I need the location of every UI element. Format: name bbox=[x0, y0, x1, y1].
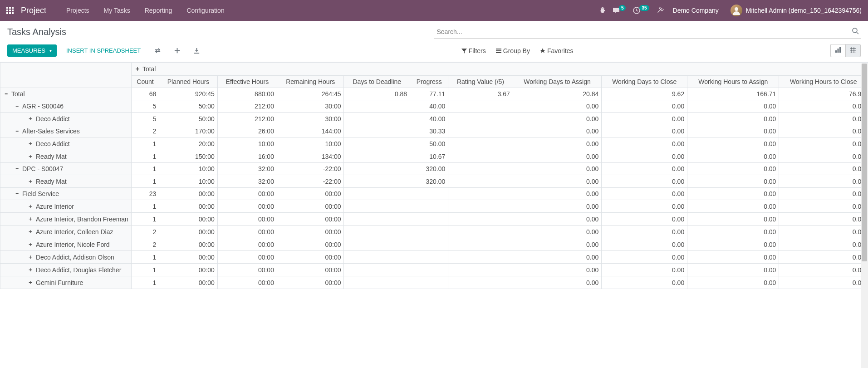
nav-menu-reporting[interactable]: Reporting bbox=[138, 4, 179, 17]
graph-view-button[interactable] bbox=[830, 44, 845, 57]
filters-dropdown[interactable]: Filters bbox=[461, 47, 486, 54]
pivot-row-header[interactable]: ＋Azure Interior, Colleen Diaz bbox=[0, 226, 132, 238]
scrollbar-thumb[interactable] bbox=[862, 64, 867, 261]
plus-icon[interactable]: ＋ bbox=[28, 115, 33, 123]
minus-icon[interactable]: ━ bbox=[14, 129, 20, 133]
pivot-row-header[interactable]: ━Total bbox=[0, 88, 132, 100]
pivot-col-header[interactable]: Remaining Hours bbox=[277, 76, 344, 88]
pivot-cell: 00:00 bbox=[277, 213, 344, 226]
pivot-row-header[interactable]: ＋Gemini Furniture bbox=[0, 276, 132, 289]
plus-icon[interactable]: ＋ bbox=[28, 215, 33, 223]
pivot-col-header[interactable]: Effective Hours bbox=[217, 76, 277, 88]
plus-icon[interactable]: ＋ bbox=[28, 279, 33, 286]
search-icon[interactable] bbox=[852, 27, 859, 36]
pivot-col-header[interactable]: Progress bbox=[410, 76, 448, 88]
pivot-col-header[interactable]: Working Days to Assign bbox=[513, 76, 602, 88]
measures-button[interactable]: Measures bbox=[7, 44, 57, 57]
pivot-row-header[interactable]: ＋Ready Mat bbox=[0, 150, 132, 163]
expand-all-button[interactable] bbox=[170, 44, 185, 57]
pivot-row-header[interactable]: ＋Deco Addict bbox=[0, 137, 132, 150]
pivot-col-header[interactable]: Working Days to Close bbox=[602, 76, 687, 88]
company-switcher[interactable]: Demo Company bbox=[670, 7, 721, 14]
pivot-col-header[interactable]: Working Hours to Close bbox=[779, 76, 868, 88]
pivot-row-header[interactable]: ＋Deco Addict bbox=[0, 113, 132, 125]
pivot-cell: 50:00 bbox=[159, 113, 218, 125]
app-brand[interactable]: Project bbox=[21, 6, 46, 15]
pivot-row-header[interactable]: ＋Deco Addict, Douglas Fletcher bbox=[0, 264, 132, 276]
pivot-row-header[interactable]: ━Field Service bbox=[0, 188, 132, 200]
plus-icon[interactable]: ＋ bbox=[28, 202, 33, 210]
pivot-col-header[interactable]: Planned Hours bbox=[159, 76, 218, 88]
favorites-label: Favorites bbox=[547, 47, 574, 54]
pivot-row-header[interactable]: ＋Azure Interior, Brandon Freeman bbox=[0, 213, 132, 226]
search-input[interactable] bbox=[434, 25, 861, 38]
pivot-col-header[interactable]: Working Hours to Assign bbox=[687, 76, 779, 88]
pivot-cell: 0.00 bbox=[687, 213, 779, 226]
pivot-view-button[interactable] bbox=[845, 44, 861, 57]
nav-menu-configuration[interactable]: Configuration bbox=[180, 4, 230, 17]
pivot-row-header[interactable]: ＋Ready Mat bbox=[0, 175, 132, 188]
favorites-dropdown[interactable]: Favorites bbox=[540, 47, 574, 54]
pivot-cell bbox=[344, 276, 410, 289]
download-button[interactable] bbox=[189, 44, 204, 57]
tools-icon[interactable] bbox=[657, 7, 664, 14]
pivot-col-header[interactable]: Days to Deadline bbox=[344, 76, 410, 88]
nav-menu-my-tasks[interactable]: My Tasks bbox=[98, 4, 137, 17]
plus-icon[interactable]: ＋ bbox=[28, 240, 33, 248]
scrollbar-track[interactable] bbox=[861, 64, 868, 367]
pivot-container[interactable]: ＋Total CountPlanned HoursEffective Hours… bbox=[0, 62, 868, 367]
pivot-cell: 00:00 bbox=[217, 200, 277, 213]
pivot-row-header[interactable]: ＋Azure Interior, Nicole Ford bbox=[0, 238, 132, 251]
pivot-row-header[interactable]: ＋Azure Interior bbox=[0, 200, 132, 213]
minus-icon[interactable]: ━ bbox=[14, 104, 20, 108]
pivot-cell bbox=[410, 226, 448, 238]
minus-icon[interactable]: ━ bbox=[14, 191, 20, 196]
svg-rect-14 bbox=[839, 47, 841, 53]
pivot-col-header[interactable]: Count bbox=[131, 76, 159, 88]
pivot-row-header[interactable]: ━After-Sales Services bbox=[0, 125, 132, 137]
pivot-cell: 0.00 bbox=[602, 175, 687, 188]
top-nav: Project Projects My Tasks Reporting Conf… bbox=[0, 0, 868, 21]
pivot-cell: 0.00 bbox=[602, 226, 687, 238]
pivot-row-header[interactable]: ━DPC - S00047 bbox=[0, 163, 132, 175]
pivot-row-header[interactable]: ━AGR - S00046 bbox=[0, 100, 132, 113]
pivot-cell bbox=[410, 264, 448, 276]
plus-icon[interactable]: ＋ bbox=[28, 177, 33, 185]
pivot-cell: 0.00 bbox=[687, 125, 779, 137]
debug-icon[interactable] bbox=[599, 7, 606, 14]
page-title: Tasks Analysis bbox=[7, 27, 66, 37]
pivot-cell: 0.00 bbox=[779, 100, 868, 113]
apps-icon[interactable] bbox=[4, 4, 16, 17]
pivot-col-header[interactable]: Rating Value (/5) bbox=[448, 76, 513, 88]
pivot-cell: 0.00 bbox=[779, 213, 868, 226]
pivot-cell: 0.00 bbox=[513, 100, 602, 113]
pivot-cell: 0.00 bbox=[513, 113, 602, 125]
pivot-cell: 0.00 bbox=[513, 213, 602, 226]
minus-icon[interactable]: ━ bbox=[3, 92, 9, 96]
pivot-row: ＋Ready Mat1150:0016:00134:0010.670.000.0… bbox=[0, 150, 868, 163]
activities-icon[interactable]: 35 bbox=[633, 7, 650, 14]
plus-icon[interactable]: ＋ bbox=[134, 65, 140, 73]
plus-icon[interactable]: ＋ bbox=[28, 228, 33, 236]
pivot-row-header[interactable]: ＋Deco Addict, Addison Olson bbox=[0, 251, 132, 264]
pivot-cell bbox=[410, 188, 448, 200]
plus-icon[interactable]: ＋ bbox=[28, 266, 33, 274]
groupby-dropdown[interactable]: Group By bbox=[496, 47, 530, 54]
plus-icon[interactable]: ＋ bbox=[28, 140, 33, 147]
minus-icon[interactable]: ━ bbox=[14, 167, 20, 171]
pivot-row-label: AGR - S00046 bbox=[22, 103, 64, 110]
flip-axis-button[interactable] bbox=[150, 44, 165, 57]
user-menu[interactable]: Mitchell Admin (demo_150_1642394756) bbox=[728, 5, 864, 16]
pivot-col-total[interactable]: ＋Total bbox=[131, 63, 868, 76]
svg-rect-3 bbox=[6, 10, 8, 11]
pivot-row: ＋Azure Interior, Colleen Diaz200:0000:00… bbox=[0, 226, 868, 238]
messages-icon[interactable]: 5 bbox=[613, 7, 627, 14]
plus-icon[interactable]: ＋ bbox=[28, 152, 33, 160]
pivot-cell: 00:00 bbox=[277, 188, 344, 200]
pivot-cell: 0.00 bbox=[687, 137, 779, 150]
insert-spreadsheet-button[interactable]: Insert in Spreadsheet bbox=[61, 44, 146, 57]
plus-icon[interactable]: ＋ bbox=[28, 253, 33, 261]
nav-menu-projects[interactable]: Projects bbox=[60, 4, 96, 17]
pivot-cell bbox=[344, 163, 410, 175]
pivot-cell: 00:00 bbox=[217, 276, 277, 289]
